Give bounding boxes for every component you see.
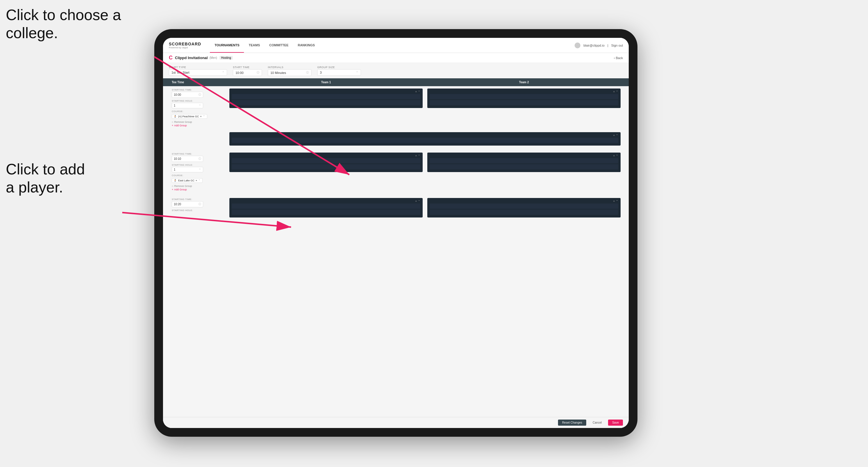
x-icon-5[interactable]: ×: [613, 154, 615, 157]
player-slot-10[interactable]: [232, 204, 420, 209]
tournament-title: Clippd Invitational: [175, 56, 208, 60]
player-slot-4[interactable]: [430, 100, 618, 105]
logo-area: SCOREBOARD Powered by clippd: [169, 42, 201, 49]
remove-group-1[interactable]: ○ Remove Group: [172, 121, 224, 123]
team1-panel-3-controls: × ⌃: [232, 200, 420, 203]
reset-button[interactable]: Reset Changes: [558, 419, 586, 426]
course-close-icon-2[interactable]: ×: [196, 179, 197, 182]
cancel-button[interactable]: Cancel: [589, 419, 606, 426]
team1-panel-1: × ⌃: [229, 89, 423, 108]
course-chevron-2: ⌃: [198, 179, 200, 182]
player-slot-12[interactable]: [430, 204, 618, 209]
team2-panel-3: × ⌃: [427, 198, 621, 217]
player-slot-6[interactable]: [232, 158, 420, 163]
expand-icon-5[interactable]: ⌃: [616, 154, 618, 157]
info-icon-3: ⓘ: [198, 93, 201, 97]
player-slot-9[interactable]: [430, 164, 618, 169]
player-slot-11[interactable]: [232, 210, 420, 215]
course-close-icon-1[interactable]: ×: [200, 115, 202, 118]
add-group-1[interactable]: + Add Group: [172, 124, 224, 127]
x-icon-3[interactable]: ×: [613, 134, 615, 137]
group-3-left: STARTING TIME: 10:20 ⓘ STARTING HOLE:: [169, 196, 227, 215]
player-slot-7[interactable]: [232, 164, 420, 169]
team2-header: Team 2: [425, 78, 623, 86]
x-icon[interactable]: ×: [415, 90, 417, 93]
x-icon-4[interactable]: ×: [415, 154, 417, 157]
tablet-screen: SCOREBOARD Powered by clippd TOURNAMENTS…: [163, 38, 629, 428]
annotation-line3: Click to add: [6, 160, 85, 178]
x-icon-6[interactable]: ×: [415, 200, 417, 203]
app-header: SCOREBOARD Powered by clippd TOURNAMENTS…: [163, 38, 629, 53]
annotation-line1: Click to choose a: [6, 6, 121, 24]
expand-icon-7[interactable]: ⌃: [616, 200, 618, 203]
start-type-group: Start Type 1st Tee Start ⌃: [169, 66, 227, 76]
expand-icon-6[interactable]: ⌃: [418, 200, 420, 203]
tablet-frame: SCOREBOARD Powered by clippd TOURNAMENTS…: [154, 29, 638, 437]
group-size-select[interactable]: 3 ⌃: [317, 69, 361, 76]
remove-group-2[interactable]: ○ Remove Group: [172, 185, 224, 187]
team1-header: Team 1: [227, 78, 425, 86]
course-value-1: (A) Peachtree GC: [178, 115, 199, 118]
chevron-icon-2: ⌃: [356, 71, 358, 74]
expand-icon[interactable]: ⌃: [418, 90, 420, 93]
player-slot-2[interactable]: [232, 100, 420, 105]
course-icon-1: 🏌: [174, 115, 177, 118]
x-icon-2[interactable]: ×: [613, 90, 615, 93]
expand-icon-3[interactable]: ⌃: [616, 134, 618, 137]
player-slot-13[interactable]: [430, 210, 618, 215]
course-chevron-1: ⌃: [203, 115, 205, 118]
tab-tournaments[interactable]: TOURNAMENTS: [210, 38, 244, 53]
starting-time-input-3[interactable]: 10:20 ⓘ: [172, 201, 203, 207]
avatar: [575, 42, 581, 48]
add-group-2[interactable]: + Add Group: [172, 188, 224, 191]
starting-hole-input-2[interactable]: 1 ⌃: [172, 167, 203, 173]
group-row-2: STARTING TIME: 10:10 ⓘ STARTING HOLE: 1 …: [169, 150, 623, 193]
x-icon-7[interactable]: ×: [613, 200, 615, 203]
controls-row: Start Type 1st Tee Start ⌃ Start Time 10…: [169, 66, 623, 76]
player-slot-3[interactable]: [430, 94, 618, 99]
back-button[interactable]: ‹ Back: [614, 56, 623, 60]
logo-sub: Powered by clippd: [169, 46, 201, 49]
tab-committee[interactable]: COMMITTEE: [265, 38, 293, 53]
group-size-label: Group Size: [317, 66, 361, 69]
starting-time-value-3: 10:20: [174, 203, 181, 206]
group-3-team1: × ⌃: [227, 196, 425, 220]
team2-panel-2-controls: × ⌃: [430, 154, 618, 157]
intervals-label: Intervals: [268, 66, 311, 69]
tab-rankings[interactable]: RANKINGS: [293, 38, 320, 53]
annotation-bottom: Click to add a player.: [6, 160, 85, 196]
course-tag-1[interactable]: 🏌 (A) Peachtree GC × ⌃: [172, 114, 207, 119]
save-button[interactable]: Save: [608, 419, 623, 426]
expand-icon-2[interactable]: ⌃: [616, 90, 618, 93]
starting-hole-input-1[interactable]: 1 ⌃: [172, 103, 203, 108]
starting-time-input-1[interactable]: 10:00 ⓘ: [172, 92, 203, 98]
course-label-1: COURSE:: [172, 110, 224, 113]
player-slot-5[interactable]: [232, 138, 618, 143]
group-1-team1: × ⌃: [227, 86, 425, 110]
player-slot-1[interactable]: [232, 94, 420, 99]
course-icon-2: 🏌: [174, 179, 177, 182]
info-icon-5: ⓘ: [198, 203, 201, 206]
start-time-label: Start Time: [233, 66, 262, 69]
course-tag-2[interactable]: 🏌 East Lake GC × ⌃: [172, 178, 203, 183]
group-size-value: 3: [320, 71, 322, 74]
player-slot-8[interactable]: [430, 158, 618, 163]
team1-course-panel: × ⌃: [229, 132, 621, 146]
expand-icon-4[interactable]: ⌃: [418, 154, 420, 157]
group-3-team2: × ⌃: [425, 196, 623, 220]
starting-time-input-2[interactable]: 10:10 ⓘ: [172, 156, 203, 162]
intervals-group: Intervals 10 Minutes ⓘ: [268, 66, 311, 76]
start-time-input[interactable]: 10:00 ⓘ: [233, 69, 262, 76]
course-extra-row-1: × ⌃: [169, 130, 623, 148]
sign-out-link[interactable]: Sign out: [611, 44, 623, 47]
start-type-select[interactable]: 1st Tee Start ⌃: [169, 69, 227, 76]
intervals-value: 10 Minutes: [271, 71, 286, 74]
group-2-left: STARTING TIME: 10:10 ⓘ STARTING HOLE: 1 …: [169, 150, 227, 193]
tournament-gender: (Men): [210, 56, 217, 59]
tab-teams[interactable]: TEAMS: [244, 38, 265, 53]
chevron-icon-3: ⌃: [199, 104, 201, 107]
intervals-select[interactable]: 10 Minutes ⓘ: [268, 69, 311, 76]
annotation-line2: college.: [6, 24, 121, 42]
course-label-2: COURSE:: [172, 174, 224, 177]
group-1-left: STARTING TIME: 10:00 ⓘ STARTING HOLE: 1 …: [169, 86, 227, 129]
